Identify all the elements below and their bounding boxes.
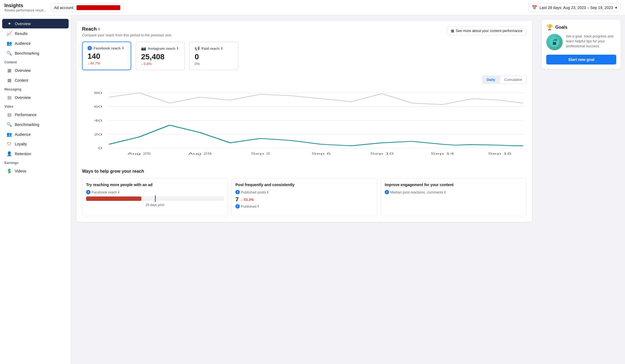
start-goal-button[interactable]: Start new goal [546, 55, 616, 64]
way-card-ad-reach: Try reaching more people with an ad f Fa… [82, 178, 228, 216]
sidebar-item-video-performance[interactable]: ▤ Performance [2, 110, 69, 119]
way-card-engagement: Improve engagement for your content f Me… [381, 178, 527, 216]
published-posts-value: 7 [235, 196, 239, 203]
reach-header: Reach ℹ Compare your reach from this per… [82, 26, 527, 37]
sidebar-item-results[interactable]: 📈 Results [2, 29, 69, 38]
chart-container: 80 60 40 20 0 Aug 25 Aug 29 Sep 2 Sep 6 … [82, 87, 527, 163]
video-section-label: Video [0, 102, 71, 110]
sidebar-item-label: Overview [15, 95, 31, 100]
way-card-ad-reach-title: Try reaching more people with an ad [86, 182, 224, 187]
facebook-reach-value: 140 [87, 52, 126, 61]
reach-info-icon[interactable]: ℹ [98, 27, 100, 31]
goals-card: 🏆 Goals Set a goal, track progress and l… [542, 20, 621, 69]
facebook-icon: f [87, 46, 92, 50]
svg-text:40: 40 [94, 119, 102, 122]
results-icon: 📈 [7, 31, 12, 36]
retention-icon: 👤 [7, 151, 12, 156]
facebook-icon-sm: f [86, 190, 90, 194]
sidebar-item-label: Audience [15, 132, 31, 137]
instagram-reach-change: ↓ 6.8% [141, 62, 179, 66]
goals-body: Set a goal, track progress and learn hel… [546, 34, 616, 50]
app-branding: Insights Review performance result... [4, 3, 46, 12]
metric-card-facebook[interactable]: f Facebook reach ℹ 140 ↓ 44.7% [82, 42, 131, 70]
earnings-icon: 💲 [7, 168, 12, 174]
audience-icon: 👥 [7, 41, 12, 46]
cumulative-tab[interactable]: Cumulative [500, 76, 527, 84]
sidebar-item-earnings-videos[interactable]: 💲 Videos [2, 166, 69, 176]
svg-text:0: 0 [98, 146, 102, 150]
topbar: Insights Review performance result... Ad… [0, 0, 625, 15]
svg-text:Aug 25: Aug 25 [127, 152, 151, 155]
video-benchmarking-icon: 🔍 [7, 122, 12, 127]
sidebar-item-messaging-overview[interactable]: ▤ Overview [2, 93, 69, 102]
instagram-reach-info-icon[interactable]: ℹ [177, 46, 178, 50]
ad-account-selector[interactable]: Ad account: [51, 3, 124, 12]
date-range-selector[interactable]: 📅 Last 28 days: Aug 23, 2023 – Sep 19, 2… [528, 3, 621, 12]
benchmarking-icon: 🔍 [7, 51, 12, 56]
sidebar-item-video-retention[interactable]: 👤 Retention [2, 149, 69, 158]
goals-header: 🏆 Goals [546, 24, 616, 31]
right-panel: 🏆 Goals Set a goal, track progress and l… [538, 15, 625, 364]
sidebar-item-content[interactable]: ▦ Content [2, 75, 69, 85]
paid-reach-value: 0 [195, 52, 233, 61]
daily-tab[interactable]: Daily [482, 76, 500, 84]
svg-text:20: 20 [94, 133, 102, 136]
sidebar-item-overview[interactable]: ✦ Overview [2, 19, 69, 28]
paid-reach-change: 0% [195, 62, 233, 66]
reach-bar [86, 196, 141, 201]
published-sub: f Published ℹ [235, 204, 373, 209]
days-label: 28 days prior [86, 203, 224, 207]
svg-text:60: 60 [94, 105, 102, 108]
published-posts-info-icon[interactable]: ℹ [267, 190, 268, 194]
way-card-post-freq-title: Post frequently and consistently [235, 182, 373, 187]
published-sub-label: Published [241, 204, 256, 209]
messaging-section-label: Messaging [0, 85, 71, 92]
metric-card-paid[interactable]: 📢 Paid reach ℹ 0 0% [189, 42, 238, 70]
facebook-reach-info-icon[interactable]: ℹ [122, 46, 124, 50]
content-performance-button[interactable]: ▦ See more about your content performanc… [447, 26, 527, 35]
content-section-label: Content [0, 58, 71, 65]
down-arrow-icon: ↓ [87, 61, 89, 65]
sidebar-item-video-loyalty[interactable]: 🛡 Loyalty [2, 139, 69, 149]
metric-card-instagram[interactable]: 📷 Instagram reach ℹ 25,408 ↓ 6.8% [136, 42, 185, 70]
published-sub-info-icon[interactable]: ℹ [258, 204, 259, 208]
sidebar-item-benchmarking[interactable]: 🔍 Benchmarking [2, 48, 69, 58]
engagement-info-icon[interactable]: ℹ [444, 190, 446, 194]
sidebar-item-label: Benchmarking [15, 122, 39, 127]
facebook-icon-sm-3: f [235, 204, 240, 209]
content-overview-icon: ▦ [7, 68, 12, 73]
facebook-icon-sm-2: f [235, 190, 240, 194]
paid-reach-info-icon[interactable]: ℹ [221, 46, 223, 50]
sidebar-item-audience[interactable]: 👥 Audience [2, 39, 69, 48]
goals-title: Goals [555, 25, 567, 30]
facebook-icon-sm-4: f [385, 190, 389, 194]
instagram-reach-value: 25,408 [141, 52, 179, 61]
svg-text:Sep 14: Sep 14 [431, 152, 454, 155]
way-card-ad-reach-label: f Facebook reach ℹ [86, 190, 224, 194]
sidebar-item-label: Audience [15, 41, 31, 46]
ad-account-value-redacted [77, 5, 120, 10]
ways-cards: Try reaching more people with an ad f Fa… [82, 178, 527, 216]
instagram-reach-change-value: 6.8% [144, 62, 152, 66]
reach-title: Reach ℹ [82, 26, 172, 32]
main-layout: ✦ Overview 📈 Results 👥 Audience 🔍 Benchm… [0, 15, 625, 364]
svg-text:80: 80 [94, 91, 102, 95]
svg-text:Aug 29: Aug 29 [188, 152, 212, 155]
reach-chart: 80 60 40 20 0 Aug 25 Aug 29 Sep 2 Sep 6 … [82, 87, 527, 163]
way-card-post-freq: Post frequently and consistently f Publi… [231, 178, 377, 216]
content-icon: ▦ [7, 78, 12, 83]
facebook-reach-change: ↓ 44.7% [87, 61, 126, 65]
sidebar-item-content-overview[interactable]: ▦ Overview [2, 66, 69, 75]
fb-reach-info-icon[interactable]: ℹ [118, 190, 119, 194]
sidebar-item-video-benchmarking[interactable]: 🔍 Benchmarking [2, 120, 69, 129]
sidebar-item-label: Overview [15, 68, 31, 73]
facebook-reach-label: f Facebook reach ℹ [87, 46, 126, 50]
reach-bar-marker [155, 195, 156, 202]
instagram-reach-label: 📷 Instagram reach ℹ [141, 46, 179, 51]
video-performance-icon: ▤ [7, 112, 12, 117]
chevron-down-icon: ▾ [615, 5, 617, 10]
sidebar-item-video-audience[interactable]: 👥 Audience [2, 130, 69, 139]
grid-icon: ▦ [451, 29, 454, 33]
content-performance-label: See more about your content performance [456, 29, 522, 33]
sidebar-item-label: Results [15, 31, 28, 36]
